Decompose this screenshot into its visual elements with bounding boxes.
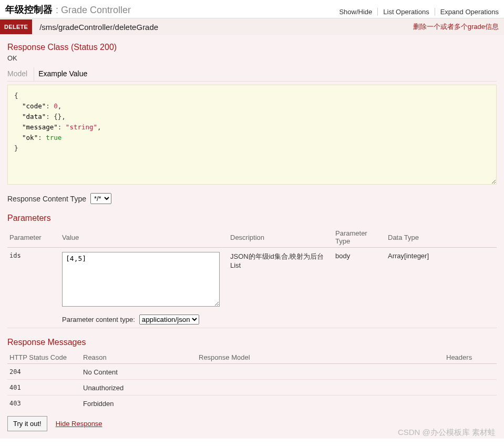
response-class-title: Response Class (Status 200) <box>7 43 497 52</box>
list-operations-link[interactable]: List Operations <box>378 8 435 16</box>
response-ok-label: OK <box>7 54 497 62</box>
http-method-badge: DELETE <box>0 19 32 34</box>
response-messages-title: Response Messages <box>7 338 497 347</box>
param-description: JSON的年级id集合,映射为后台List <box>228 248 333 328</box>
try-it-out-button[interactable]: Try it out! <box>7 416 47 431</box>
response-content-type-label: Response Content Type <box>7 195 86 203</box>
param-content-type-row: Parameter content type: application/json <box>62 315 225 325</box>
param-type: body <box>333 248 386 328</box>
parameters-title: Parameters <box>7 214 497 223</box>
table-row: 403 Forbidden <box>7 396 497 411</box>
param-content-type-select[interactable]: application/json <box>139 315 199 325</box>
tab-example-value[interactable]: Example Value <box>34 67 91 81</box>
param-data-type: Array[integer] <box>386 248 497 328</box>
response-tabs: Model Example Value <box>7 67 497 82</box>
param-name: ids <box>7 248 60 328</box>
col-parameter: Parameter <box>7 226 60 248</box>
hide-response-link[interactable]: Hide Response <box>56 420 102 428</box>
expand-operations-link[interactable]: Expand Operations <box>435 8 499 16</box>
endpoint-bar[interactable]: DELETE /sms/gradeController/deleteGrade … <box>0 18 504 35</box>
param-content-type-label: Parameter content type: <box>62 316 135 323</box>
col-http-status: HTTP Status Code <box>7 350 81 364</box>
col-value: Value <box>60 226 228 248</box>
response-content-type-row: Response Content Type */* <box>7 193 497 204</box>
response-messages-table: HTTP Status Code Reason Response Model H… <box>7 350 497 411</box>
col-reason: Reason <box>81 350 197 364</box>
operation-content: Response Class (Status 200) OK Model Exa… <box>0 35 504 439</box>
show-hide-link[interactable]: Show/Hide <box>334 8 378 16</box>
table-row: 204 No Content <box>7 364 497 380</box>
table-row: ids Parameter content type: application/… <box>7 248 497 328</box>
table-row: 401 Unauthorized <box>7 380 497 396</box>
endpoint-path: /sms/gradeController/deleteGrade <box>32 23 413 32</box>
endpoint-description: 删除一个或者多个grade信息 <box>413 22 499 32</box>
controller-subtitle: : Grade Controller <box>56 5 131 16</box>
param-value-textarea[interactable] <box>62 252 220 307</box>
controller-header: 年级控制器 : Grade Controller Show/Hide List … <box>0 0 504 18</box>
example-json-box[interactable]: { "code": 0, "data": {}, "message": "str… <box>7 85 497 185</box>
tab-model[interactable]: Model <box>7 67 32 81</box>
try-row: Try it out! Hide Response <box>7 416 497 431</box>
col-parameter-type: Parameter Type <box>333 226 386 248</box>
response-content-type-select[interactable]: */* <box>90 193 111 204</box>
col-response-model: Response Model <box>197 350 444 364</box>
col-data-type: Data Type <box>386 226 497 248</box>
col-headers: Headers <box>444 350 497 364</box>
header-operations: Show/Hide List Operations Expand Operati… <box>334 8 499 16</box>
controller-title-cn: 年级控制器 <box>5 3 53 16</box>
col-description: Description <box>228 226 333 248</box>
parameters-table: Parameter Value Description Parameter Ty… <box>7 226 497 328</box>
